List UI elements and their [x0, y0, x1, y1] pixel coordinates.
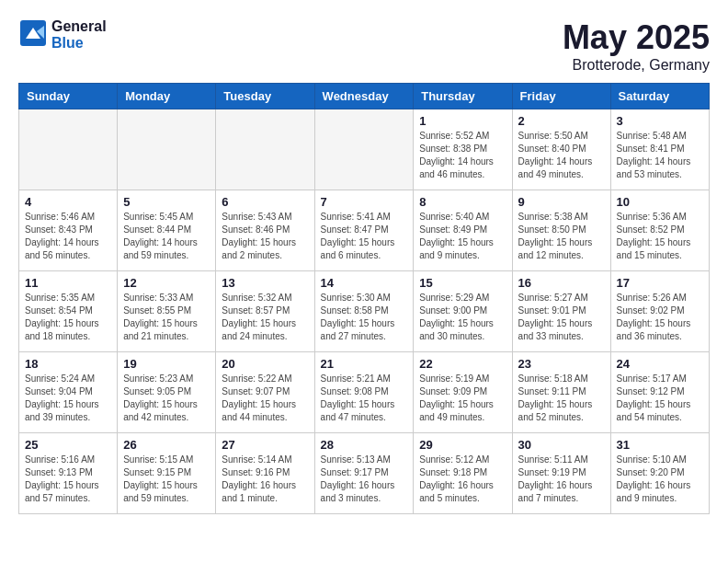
day-number: 6	[222, 195, 308, 209]
calendar-cell: 1Sunrise: 5:52 AM Sunset: 8:38 PM Daylig…	[414, 109, 512, 190]
day-info: Sunrise: 5:24 AM Sunset: 9:04 PM Dayligh…	[25, 373, 111, 424]
calendar-cell: 11Sunrise: 5:35 AM Sunset: 8:54 PM Dayli…	[19, 271, 118, 352]
day-info: Sunrise: 5:30 AM Sunset: 8:58 PM Dayligh…	[321, 292, 408, 343]
day-number: 2	[518, 114, 605, 128]
calendar-cell: 19Sunrise: 5:23 AM Sunset: 9:05 PM Dayli…	[118, 352, 216, 433]
weekday-header-wednesday: Wednesday	[314, 84, 414, 109]
day-info: Sunrise: 5:17 AM Sunset: 9:12 PM Dayligh…	[617, 373, 703, 424]
logo-blue-text: Blue	[51, 35, 107, 52]
day-number: 30	[518, 438, 605, 452]
week-row-3: 11Sunrise: 5:35 AM Sunset: 8:54 PM Dayli…	[19, 271, 710, 352]
day-number: 29	[419, 438, 506, 452]
calendar-cell: 6Sunrise: 5:43 AM Sunset: 8:46 PM Daylig…	[216, 190, 314, 271]
day-info: Sunrise: 5:11 AM Sunset: 9:19 PM Dayligh…	[518, 454, 605, 505]
day-number: 27	[222, 438, 308, 452]
logo-icon	[18, 18, 48, 48]
day-info: Sunrise: 5:10 AM Sunset: 9:20 PM Dayligh…	[617, 454, 703, 505]
day-number: 26	[123, 438, 210, 452]
calendar-cell: 20Sunrise: 5:22 AM Sunset: 9:07 PM Dayli…	[216, 352, 314, 433]
day-number: 12	[123, 276, 210, 290]
logo: General Blue	[18, 18, 107, 52]
day-info: Sunrise: 5:23 AM Sunset: 9:05 PM Dayligh…	[123, 373, 210, 424]
day-number: 31	[617, 438, 703, 452]
page-header: General Blue May 2025 Brotterode, German…	[18, 18, 710, 74]
day-info: Sunrise: 5:14 AM Sunset: 9:16 PM Dayligh…	[222, 454, 308, 505]
day-number: 10	[617, 195, 703, 209]
location-title: Brotterode, Germany	[563, 57, 710, 74]
weekday-header-sunday: Sunday	[19, 84, 118, 109]
calendar-cell: 23Sunrise: 5:18 AM Sunset: 9:11 PM Dayli…	[512, 352, 610, 433]
day-info: Sunrise: 5:33 AM Sunset: 8:55 PM Dayligh…	[123, 292, 210, 343]
calendar-cell: 17Sunrise: 5:26 AM Sunset: 9:02 PM Dayli…	[610, 271, 709, 352]
day-number: 11	[25, 276, 111, 290]
day-info: Sunrise: 5:15 AM Sunset: 9:15 PM Dayligh…	[123, 454, 210, 505]
day-info: Sunrise: 5:36 AM Sunset: 8:52 PM Dayligh…	[617, 211, 703, 262]
day-number: 19	[123, 357, 210, 371]
day-info: Sunrise: 5:18 AM Sunset: 9:11 PM Dayligh…	[518, 373, 605, 424]
calendar-cell	[19, 109, 118, 190]
day-number: 1	[419, 114, 506, 128]
day-number: 15	[419, 276, 506, 290]
day-number: 5	[123, 195, 210, 209]
month-title: May 2025	[563, 18, 710, 57]
day-number: 24	[617, 357, 703, 371]
day-info: Sunrise: 5:40 AM Sunset: 8:49 PM Dayligh…	[419, 211, 506, 262]
calendar-cell: 8Sunrise: 5:40 AM Sunset: 8:49 PM Daylig…	[414, 190, 512, 271]
day-number: 9	[518, 195, 605, 209]
calendar-cell: 9Sunrise: 5:38 AM Sunset: 8:50 PM Daylig…	[512, 190, 610, 271]
day-info: Sunrise: 5:43 AM Sunset: 8:46 PM Dayligh…	[222, 211, 308, 262]
calendar-cell: 28Sunrise: 5:13 AM Sunset: 9:17 PM Dayli…	[314, 433, 414, 514]
day-info: Sunrise: 5:27 AM Sunset: 9:01 PM Dayligh…	[518, 292, 605, 343]
day-info: Sunrise: 5:22 AM Sunset: 9:07 PM Dayligh…	[222, 373, 308, 424]
calendar-cell: 22Sunrise: 5:19 AM Sunset: 9:09 PM Dayli…	[414, 352, 512, 433]
day-info: Sunrise: 5:13 AM Sunset: 9:17 PM Dayligh…	[321, 454, 408, 505]
week-row-2: 4Sunrise: 5:46 AM Sunset: 8:43 PM Daylig…	[19, 190, 710, 271]
day-info: Sunrise: 5:48 AM Sunset: 8:41 PM Dayligh…	[617, 130, 703, 181]
weekday-header-monday: Monday	[118, 84, 216, 109]
calendar-cell: 31Sunrise: 5:10 AM Sunset: 9:20 PM Dayli…	[610, 433, 709, 514]
calendar-cell: 29Sunrise: 5:12 AM Sunset: 9:18 PM Dayli…	[414, 433, 512, 514]
week-row-5: 25Sunrise: 5:16 AM Sunset: 9:13 PM Dayli…	[19, 433, 710, 514]
day-info: Sunrise: 5:32 AM Sunset: 8:57 PM Dayligh…	[222, 292, 308, 343]
calendar-cell: 3Sunrise: 5:48 AM Sunset: 8:41 PM Daylig…	[610, 109, 709, 190]
day-info: Sunrise: 5:46 AM Sunset: 8:43 PM Dayligh…	[25, 211, 111, 262]
day-number: 22	[419, 357, 506, 371]
calendar-cell	[216, 109, 314, 190]
calendar-cell	[314, 109, 414, 190]
calendar-cell	[118, 109, 216, 190]
calendar-cell: 4Sunrise: 5:46 AM Sunset: 8:43 PM Daylig…	[19, 190, 118, 271]
calendar-cell: 13Sunrise: 5:32 AM Sunset: 8:57 PM Dayli…	[216, 271, 314, 352]
day-number: 18	[25, 357, 111, 371]
day-number: 13	[222, 276, 308, 290]
day-info: Sunrise: 5:45 AM Sunset: 8:44 PM Dayligh…	[123, 211, 210, 262]
day-info: Sunrise: 5:21 AM Sunset: 9:08 PM Dayligh…	[321, 373, 408, 424]
day-number: 21	[321, 357, 408, 371]
calendar-cell: 15Sunrise: 5:29 AM Sunset: 9:00 PM Dayli…	[414, 271, 512, 352]
logo-general-text: General	[51, 18, 107, 35]
calendar-cell: 25Sunrise: 5:16 AM Sunset: 9:13 PM Dayli…	[19, 433, 118, 514]
day-info: Sunrise: 5:19 AM Sunset: 9:09 PM Dayligh…	[419, 373, 506, 424]
day-number: 20	[222, 357, 308, 371]
day-info: Sunrise: 5:26 AM Sunset: 9:02 PM Dayligh…	[617, 292, 703, 343]
day-number: 14	[321, 276, 408, 290]
day-info: Sunrise: 5:12 AM Sunset: 9:18 PM Dayligh…	[419, 454, 506, 505]
day-number: 16	[518, 276, 605, 290]
calendar-cell: 26Sunrise: 5:15 AM Sunset: 9:15 PM Dayli…	[118, 433, 216, 514]
calendar-cell: 24Sunrise: 5:17 AM Sunset: 9:12 PM Dayli…	[610, 352, 709, 433]
week-row-1: 1Sunrise: 5:52 AM Sunset: 8:38 PM Daylig…	[19, 109, 710, 190]
calendar-cell: 30Sunrise: 5:11 AM Sunset: 9:19 PM Dayli…	[512, 433, 610, 514]
day-info: Sunrise: 5:38 AM Sunset: 8:50 PM Dayligh…	[518, 211, 605, 262]
day-info: Sunrise: 5:35 AM Sunset: 8:54 PM Dayligh…	[25, 292, 111, 343]
day-number: 17	[617, 276, 703, 290]
day-number: 8	[419, 195, 506, 209]
week-row-4: 18Sunrise: 5:24 AM Sunset: 9:04 PM Dayli…	[19, 352, 710, 433]
day-info: Sunrise: 5:50 AM Sunset: 8:40 PM Dayligh…	[518, 130, 605, 181]
calendar-cell: 10Sunrise: 5:36 AM Sunset: 8:52 PM Dayli…	[610, 190, 709, 271]
day-info: Sunrise: 5:29 AM Sunset: 9:00 PM Dayligh…	[419, 292, 506, 343]
weekday-header-tuesday: Tuesday	[216, 84, 314, 109]
calendar-cell: 14Sunrise: 5:30 AM Sunset: 8:58 PM Dayli…	[314, 271, 414, 352]
day-number: 28	[321, 438, 408, 452]
title-block: May 2025 Brotterode, Germany	[563, 18, 710, 74]
day-number: 4	[25, 195, 111, 209]
day-number: 25	[25, 438, 111, 452]
